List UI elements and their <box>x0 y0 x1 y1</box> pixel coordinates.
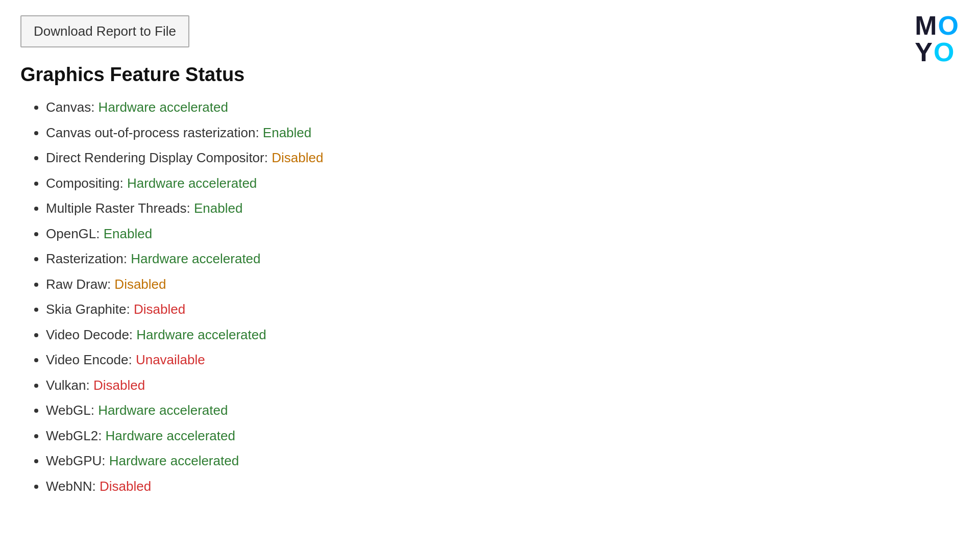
feature-status: Disabled <box>134 302 185 317</box>
feature-name: Vulkan: <box>46 378 93 393</box>
feature-status: Hardware accelerated <box>109 453 239 468</box>
logo-line1: MO <box>915 12 960 39</box>
feature-name: Direct Rendering Display Compositor: <box>46 150 272 165</box>
feature-name: Canvas: <box>46 99 99 115</box>
feature-list-item: Compositing: Hardware accelerated <box>46 172 960 195</box>
feature-name: Video Decode: <box>46 327 136 342</box>
feature-list-item: Video Decode: Hardware accelerated <box>46 323 960 347</box>
feature-name: Raw Draw: <box>46 277 114 292</box>
feature-name: Skia Graphite: <box>46 302 134 317</box>
feature-list-item: WebNN: Disabled <box>46 475 960 498</box>
feature-name: WebGL2: <box>46 428 106 443</box>
feature-list-item: Canvas: Hardware accelerated <box>46 96 960 119</box>
logo-o1: O <box>938 11 960 40</box>
feature-list-item: Direct Rendering Display Compositor: Dis… <box>46 146 960 170</box>
feature-name: Rasterization: <box>46 251 131 266</box>
feature-list-item: Skia Graphite: Disabled <box>46 298 960 321</box>
feature-list-item: WebGPU: Hardware accelerated <box>46 449 960 473</box>
feature-status: Disabled <box>100 479 151 494</box>
feature-list-item: WebGL2: Hardware accelerated <box>46 424 960 448</box>
feature-status: Hardware accelerated <box>106 428 235 443</box>
feature-name: WebGPU: <box>46 453 109 468</box>
feature-status: Enabled <box>104 226 152 241</box>
feature-name: Video Encode: <box>46 352 136 367</box>
feature-status: Disabled <box>272 150 323 165</box>
feature-list-item: Rasterization: Hardware accelerated <box>46 247 960 271</box>
feature-status: Hardware accelerated <box>98 403 228 418</box>
logo-o2: O <box>934 37 955 67</box>
feature-name: Compositing: <box>46 176 127 191</box>
feature-list-item: Vulkan: Disabled <box>46 374 960 397</box>
feature-list-item: Multiple Raster Threads: Enabled <box>46 197 960 220</box>
feature-status: Hardware accelerated <box>136 327 266 342</box>
feature-status: Hardware accelerated <box>127 176 257 191</box>
feature-name: OpenGL: <box>46 226 104 241</box>
logo-y: Y <box>915 37 934 67</box>
feature-list-item: Raw Draw: Disabled <box>46 273 960 296</box>
feature-status: Disabled <box>114 277 166 292</box>
feature-list-item: Canvas out-of-process rasterization: Ena… <box>46 121 960 145</box>
feature-list: Canvas: Hardware acceleratedCanvas out-o… <box>20 96 960 498</box>
feature-name: Multiple Raster Threads: <box>46 201 194 216</box>
feature-status: Hardware accelerated <box>99 99 228 115</box>
feature-name: WebNN: <box>46 479 100 494</box>
page-container: MO YO Download Report to File Graphics F… <box>0 0 980 515</box>
feature-status: Unavailable <box>136 352 205 367</box>
feature-status: Enabled <box>263 125 311 140</box>
logo-m: M <box>915 11 938 40</box>
graphics-section-title: Graphics Feature Status <box>20 64 960 86</box>
feature-list-item: OpenGL: Enabled <box>46 222 960 246</box>
logo: MO YO <box>915 12 960 65</box>
logo-line2: YO <box>915 39 960 65</box>
feature-status: Hardware accelerated <box>131 251 260 266</box>
feature-status: Enabled <box>194 201 242 216</box>
feature-name: WebGL: <box>46 403 98 418</box>
feature-list-item: Video Encode: Unavailable <box>46 348 960 372</box>
feature-name: Canvas out-of-process rasterization: <box>46 125 263 140</box>
download-report-button[interactable]: Download Report to File <box>20 15 189 47</box>
feature-list-item: WebGL: Hardware accelerated <box>46 399 960 422</box>
feature-status: Disabled <box>93 378 145 393</box>
